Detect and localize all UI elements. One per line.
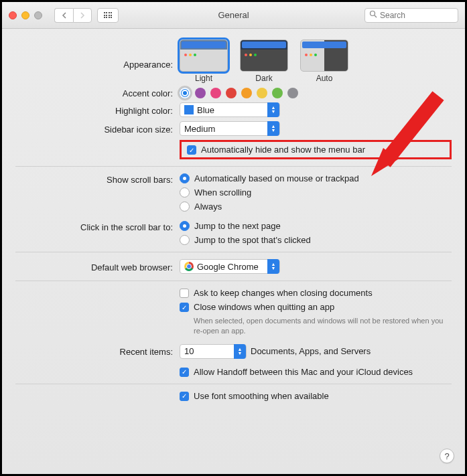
appearance-light[interactable]: Light	[180, 39, 228, 83]
back-button[interactable]	[54, 8, 73, 23]
svg-line-1	[375, 15, 377, 17]
accent-swatches	[180, 88, 452, 98]
scrollclick-opt-spot: Jump to the spot that's clicked	[194, 235, 311, 245]
browser-select[interactable]: Google Chrome ▲▼	[180, 259, 280, 274]
scrollbars-opt-auto: Automatically based on mouse or trackpad	[194, 173, 359, 183]
scrollbars-radio-always[interactable]	[180, 202, 190, 212]
scrollclick-radio-page[interactable]	[180, 221, 190, 231]
handoff-checkbox[interactable]	[180, 368, 189, 377]
search-input[interactable]	[380, 11, 454, 20]
recent-suffix: Documents, Apps, and Servers	[251, 346, 371, 356]
ask-changes-label: Ask to keep changes when closing documen…	[194, 288, 373, 298]
highlight-select[interactable]: Blue ▲▼	[180, 102, 280, 117]
highlight-value: Blue	[197, 105, 214, 115]
handoff-label: Allow Handoff between this Mac and your …	[194, 367, 413, 377]
close-windows-label: Close windows when quitting an app	[194, 302, 334, 312]
stepper-icon: ▲▼	[234, 344, 246, 359]
accent-swatch[interactable]	[287, 88, 298, 98]
search-field[interactable]	[364, 8, 458, 23]
scrollclick-radio-spot[interactable]	[180, 235, 190, 245]
search-icon	[369, 10, 377, 20]
scrollbars-opt-scrolling: When scrolling	[194, 187, 251, 197]
recent-value: 10	[184, 346, 194, 356]
chevron-right-icon	[80, 12, 85, 19]
chevron-left-icon	[62, 12, 67, 19]
scrollclick-opt-page: Jump to the next page	[194, 221, 281, 231]
stepper-icon: ▲▼	[267, 121, 279, 136]
accent-swatch[interactable]	[226, 88, 237, 98]
sidebar-size-label: Sidebar icon size:	[15, 123, 180, 135]
ask-changes-checkbox[interactable]	[180, 289, 189, 298]
nav-group	[54, 8, 92, 23]
zoom-icon	[34, 11, 42, 19]
content-area: Appearance: Light Dark Auto	[2, 29, 465, 418]
grid-icon	[104, 12, 113, 18]
scrollbars-radio-auto[interactable]	[180, 173, 190, 183]
recent-label: Recent items:	[15, 345, 180, 357]
browser-value: Google Chrome	[197, 262, 259, 272]
accent-swatch[interactable]	[195, 88, 206, 98]
close-windows-checkbox[interactable]	[180, 303, 189, 312]
minimize-icon[interactable]	[21, 11, 29, 19]
scrollbars-label: Show scroll bars:	[15, 173, 180, 185]
accent-swatch[interactable]	[272, 88, 283, 98]
appearance-light-label: Light	[195, 74, 212, 83]
chrome-icon	[184, 262, 194, 271]
scrollbars-opt-always: Always	[194, 202, 222, 212]
accent-swatch[interactable]	[180, 88, 190, 98]
stepper-icon: ▲▼	[267, 259, 279, 274]
divider	[15, 166, 452, 167]
accent-label: Accent color:	[15, 87, 180, 98]
highlight-label: Highlight color:	[15, 104, 180, 116]
autohide-menubar-label: Automatically hide and show the menu bar	[201, 145, 365, 155]
sidebar-size-select[interactable]: Medium ▲▼	[180, 121, 280, 136]
divider	[15, 252, 452, 252]
appearance-label: Appearance:	[15, 39, 180, 70]
recent-select[interactable]: 10 ▲▼	[180, 344, 247, 359]
accent-swatch[interactable]	[241, 88, 252, 98]
window-title: General	[218, 10, 249, 20]
fontsmoothing-checkbox[interactable]	[180, 392, 189, 401]
divider	[15, 384, 452, 384]
autohide-menubar-checkbox[interactable]	[187, 145, 196, 155]
scrollclick-label: Click in the scroll bar to:	[15, 221, 180, 232]
close-icon[interactable]	[9, 11, 17, 19]
accent-swatch[interactable]	[210, 88, 221, 98]
autohide-menubar-highlight: Automatically hide and show the menu bar	[180, 140, 452, 159]
highlight-color-icon	[184, 105, 194, 114]
stepper-icon: ▲▼	[267, 102, 279, 117]
appearance-options: Light Dark Auto	[180, 39, 452, 83]
fontsmoothing-label: Use font smoothing when available	[194, 391, 329, 401]
window-controls	[9, 11, 42, 19]
appearance-auto[interactable]: Auto	[300, 39, 348, 83]
show-all-button[interactable]	[97, 8, 119, 23]
appearance-dark[interactable]: Dark	[240, 39, 288, 83]
close-windows-note: When selected, open documents and window…	[194, 316, 448, 336]
preferences-window: General Appearance: Light Dark	[0, 0, 467, 476]
browser-label: Default web browser:	[15, 261, 180, 272]
forward-button[interactable]	[73, 8, 92, 23]
appearance-auto-label: Auto	[316, 74, 333, 83]
accent-swatch[interactable]	[257, 88, 267, 98]
svg-point-0	[371, 11, 375, 16]
scrollbars-radio-scrolling[interactable]	[180, 187, 190, 197]
appearance-dark-label: Dark	[255, 74, 272, 83]
sidebar-size-value: Medium	[184, 124, 215, 134]
divider	[15, 281, 452, 281]
help-button[interactable]: ?	[440, 449, 454, 463]
titlebar: General	[2, 2, 465, 29]
